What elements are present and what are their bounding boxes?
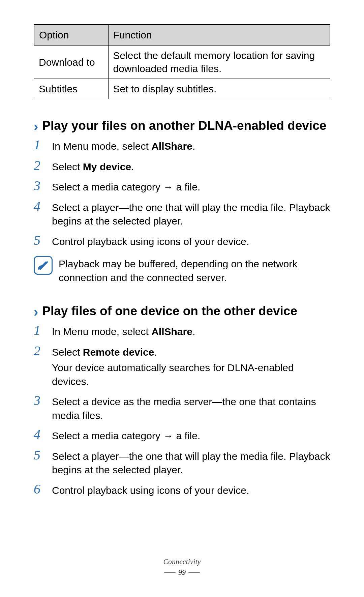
step-text: Select a media category → a file. — [52, 180, 330, 194]
step-text: Control playback using icons of your dev… — [52, 483, 330, 498]
table-row: Subtitles Set to display subtitles. — [34, 79, 330, 99]
step-bold: My device — [83, 161, 131, 172]
step-item: 3 Select a media category → a file. — [34, 180, 330, 194]
chevron-right-icon: › — [34, 304, 38, 320]
step-item: 1 In Menu mode, select AllShare. — [34, 139, 330, 153]
step-text: Control playback using icons of your dev… — [52, 234, 330, 249]
table-row: Download to Select the default memory lo… — [34, 45, 330, 79]
options-table: Option Function Download to Select the d… — [34, 24, 330, 99]
step-number: 1 — [34, 138, 46, 152]
step-item: 5 Select a player—the one that will play… — [34, 449, 330, 477]
step-number: 5 — [34, 448, 46, 462]
step-text-fragment: . — [192, 141, 195, 152]
step-number: 1 — [34, 324, 46, 337]
step-text: Select a media category → a file. — [52, 428, 330, 443]
step-text-fragment: In Menu mode, select — [52, 141, 151, 152]
step-number: 2 — [34, 159, 46, 172]
step-text-fragment: . — [154, 347, 157, 358]
cell-option: Subtitles — [34, 79, 108, 99]
step-item: 3 Select a device as the media server—th… — [34, 394, 330, 422]
step-number: 5 — [34, 234, 46, 247]
col-header-function: Function — [108, 25, 330, 45]
chevron-right-icon: › — [34, 119, 38, 134]
step-text: Select a player—the one that will play t… — [52, 200, 330, 228]
step-item: 2 Select My device. — [34, 159, 330, 174]
step-item: 6 Control playback using icons of your d… — [34, 483, 330, 498]
note-callout: Playback may be buffered, depending on t… — [34, 256, 330, 285]
step-text-fragment: In Menu mode, select — [52, 326, 151, 337]
step-text: Select My device. — [52, 159, 330, 174]
steps-list: 1 In Menu mode, select AllShare. 2 Selec… — [34, 324, 330, 497]
section-title: Play files of one device on the other de… — [42, 303, 330, 319]
cell-function: Set to display subtitles. — [108, 79, 330, 99]
step-bold: AllShare — [151, 326, 192, 337]
cell-option: Download to — [34, 45, 108, 79]
step-number: 3 — [34, 179, 46, 192]
page-number: 99 — [178, 568, 186, 577]
page-number-ornament: 99 — [164, 568, 200, 577]
step-item: 1 In Menu mode, select AllShare. — [34, 324, 330, 339]
step-text-fragment: Select — [52, 347, 83, 358]
step-text-fragment: . — [192, 326, 195, 337]
note-text: Playback may be buffered, depending on t… — [59, 256, 330, 285]
step-number: 6 — [34, 482, 46, 496]
section-heading: › Play files of one device on the other … — [34, 303, 330, 320]
step-number: 4 — [34, 428, 46, 441]
step-text: In Menu mode, select AllShare. — [52, 324, 330, 339]
step-number: 4 — [34, 200, 46, 213]
step-text: Select a player—the one that will play t… — [52, 449, 330, 477]
step-item: 4 Select a player—the one that will play… — [34, 200, 330, 228]
step-bold: Remote device — [83, 347, 154, 358]
step-subtext: Your device automatically searches for D… — [52, 361, 330, 388]
step-text: Select Remote device. Your device automa… — [52, 345, 330, 389]
page-footer: Connectivity 99 — [0, 557, 364, 577]
note-icon — [34, 256, 53, 275]
col-header-option: Option — [34, 25, 108, 45]
step-text-fragment: . — [131, 161, 134, 172]
step-text: In Menu mode, select AllShare. — [52, 139, 330, 153]
step-item: 2 Select Remote device. Your device auto… — [34, 345, 330, 389]
step-text-fragment: Select — [52, 161, 83, 172]
step-item: 5 Control playback using icons of your d… — [34, 234, 330, 249]
step-number: 3 — [34, 394, 46, 407]
step-number: 2 — [34, 344, 46, 358]
step-bold: AllShare — [151, 141, 192, 152]
chapter-label: Connectivity — [0, 557, 364, 566]
section-heading: › Play your files on another DLNA-enable… — [34, 118, 330, 134]
step-text: Select a device as the media server—the … — [52, 394, 330, 422]
steps-list: 1 In Menu mode, select AllShare. 2 Selec… — [34, 139, 330, 248]
step-item: 4 Select a media category → a file. — [34, 428, 330, 443]
cell-function: Select the default memory location for s… — [108, 45, 330, 79]
section-title: Play your files on another DLNA-enabled … — [42, 118, 330, 133]
